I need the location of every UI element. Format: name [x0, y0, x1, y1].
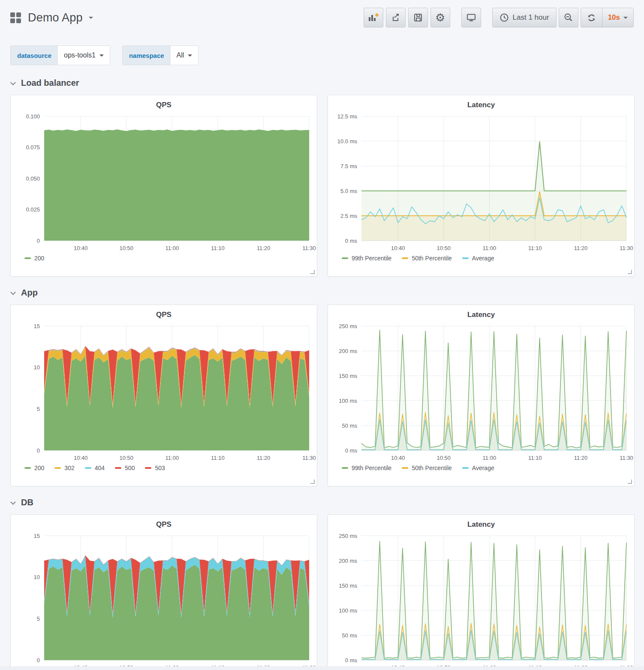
refresh-interval-dropdown[interactable]: 10s [602, 8, 633, 27]
namespace-value-dropdown[interactable]: All [171, 46, 199, 65]
svg-text:100 ms: 100 ms [339, 607, 357, 614]
db-qps-chart[interactable]: 05101510:4010:5011:0011:1011:2011:30 [11, 531, 317, 670]
legend-swatch [24, 257, 31, 259]
svg-text:0: 0 [37, 447, 40, 454]
legend-label: Average [472, 465, 494, 471]
legend-swatch [54, 467, 61, 469]
panel-resize-handle[interactable] [310, 480, 315, 484]
panel-title[interactable]: Latency [328, 305, 634, 321]
legend-item[interactable]: 200 [24, 465, 44, 471]
row-title: DB [21, 498, 33, 507]
refresh-button[interactable] [581, 8, 602, 27]
app-latency-chart[interactable]: 0 ms50 ms100 ms150 ms200 ms250 ms10:4010… [328, 321, 634, 463]
settings-button[interactable]: ⚙ [430, 8, 450, 27]
row-header-db[interactable]: DB [0, 486, 644, 514]
legend-item[interactable]: 200 [24, 255, 44, 262]
svg-text:0.050: 0.050 [26, 175, 40, 182]
legend: 99th Percentile50th PercentileAverage [328, 255, 634, 262]
svg-text:10:50: 10:50 [437, 245, 451, 251]
legend-item[interactable]: Average [462, 465, 494, 471]
svg-text:2.5 ms: 2.5 ms [340, 213, 358, 219]
panel-title[interactable]: Latency [328, 95, 634, 111]
svg-text:7.5 ms: 7.5 ms [340, 163, 358, 169]
svg-text:0 ms: 0 ms [345, 238, 358, 244]
time-range-picker[interactable]: Last 1 hour [492, 8, 557, 27]
legend-item[interactable]: 50th Percentile [402, 465, 451, 471]
legend: 200 [11, 255, 317, 262]
svg-text:0 ms: 0 ms [345, 657, 358, 664]
panel-title[interactable]: QPS [11, 515, 317, 531]
svg-text:12.5 ms: 12.5 ms [337, 113, 358, 120]
svg-text:11:00: 11:00 [483, 455, 497, 461]
row-header-load-balancer[interactable]: Load balancer [0, 67, 644, 95]
legend-item[interactable]: 99th Percentile [342, 465, 391, 471]
namespace-caret-icon [188, 54, 192, 57]
db-latency-chart[interactable]: 0 ms50 ms100 ms150 ms200 ms250 ms10:4010… [328, 531, 634, 670]
svg-text:11:30: 11:30 [302, 455, 316, 461]
panel-app-qps: QPS 05101510:4010:5011:0011:1011:2011:30… [10, 305, 317, 486]
row-header-app[interactable]: App [0, 277, 644, 305]
datasource-value-dropdown[interactable]: ops-tools1 [58, 46, 110, 65]
legend-item[interactable]: 302 [54, 465, 74, 471]
svg-text:11:20: 11:20 [574, 245, 588, 251]
refresh-icon [587, 13, 596, 23]
time-range-label: Last 1 hour [513, 13, 549, 22]
svg-text:5: 5 [37, 406, 40, 412]
panel-db-qps: QPS 05101510:4010:5011:0011:1011:2011:30 [10, 514, 317, 670]
svg-text:200 ms: 200 ms [339, 558, 357, 564]
legend-swatch [402, 467, 408, 469]
panel-resize-handle[interactable] [628, 270, 632, 274]
panel-resize-handle[interactable] [628, 480, 632, 484]
datasource-caret-icon [99, 54, 104, 57]
svg-text:15: 15 [34, 533, 40, 539]
bottom-strip [0, 666, 644, 670]
lb-latency-chart[interactable]: 0 ms2.5 ms5.0 ms7.5 ms10.0 ms12.5 ms10:4… [328, 111, 634, 254]
panel-title[interactable]: Latency [328, 515, 634, 531]
svg-text:11:00: 11:00 [166, 455, 179, 461]
svg-text:10:40: 10:40 [391, 455, 405, 461]
add-panel-button[interactable] [364, 8, 383, 27]
legend-swatch [402, 257, 408, 259]
svg-text:150 ms: 150 ms [339, 373, 357, 379]
panel-resize-handle[interactable] [310, 270, 315, 274]
svg-text:11:30: 11:30 [620, 455, 633, 461]
clock-icon [500, 13, 509, 22]
svg-text:200 ms: 200 ms [339, 348, 357, 354]
lb-qps-chart[interactable]: 00.0250.0500.0750.10010:4010:5011:0011:1… [11, 111, 317, 254]
legend-item[interactable]: 503 [145, 465, 165, 471]
datasource-variable: datasource ops-tools1 [10, 45, 110, 65]
svg-text:10.0 ms: 10.0 ms [337, 138, 358, 145]
dashboard-grid-icon[interactable] [10, 12, 21, 23]
legend-label: 302 [64, 465, 74, 471]
svg-text:0.075: 0.075 [26, 144, 40, 151]
dashboard-title[interactable]: Demo App [28, 11, 83, 24]
legend-item[interactable]: 50th Percentile [402, 255, 451, 262]
zoom-out-icon [563, 12, 574, 23]
tv-mode-button[interactable] [461, 8, 481, 27]
datasource-label: datasource [11, 46, 58, 65]
share-button[interactable] [386, 8, 406, 27]
panel-title[interactable]: QPS [11, 305, 317, 321]
svg-text:11:10: 11:10 [211, 455, 225, 461]
svg-text:11:20: 11:20 [257, 455, 271, 461]
save-button[interactable] [408, 8, 428, 27]
namespace-value: All [177, 51, 184, 59]
svg-text:0: 0 [37, 657, 40, 664]
svg-text:10:50: 10:50 [437, 455, 451, 461]
legend-item[interactable]: 99th Percentile [342, 255, 391, 262]
svg-text:50 ms: 50 ms [342, 423, 358, 429]
gear-icon: ⚙ [435, 12, 445, 23]
legend-item[interactable]: 404 [85, 465, 105, 471]
svg-text:0.100: 0.100 [26, 113, 40, 120]
legend-item[interactable]: Average [462, 255, 494, 262]
legend-label: Average [472, 255, 494, 262]
svg-text:5: 5 [37, 616, 40, 622]
svg-text:10: 10 [34, 364, 40, 371]
zoom-out-button[interactable] [559, 8, 578, 27]
app-qps-chart[interactable]: 05101510:4010:5011:0011:1011:2011:30 [11, 321, 317, 463]
panel-title[interactable]: QPS [11, 95, 317, 111]
legend-item[interactable]: 500 [115, 465, 135, 471]
dashboard-title-caret-icon[interactable] [89, 17, 93, 19]
legend-swatch [462, 467, 469, 469]
add-panel-icon [367, 12, 379, 23]
